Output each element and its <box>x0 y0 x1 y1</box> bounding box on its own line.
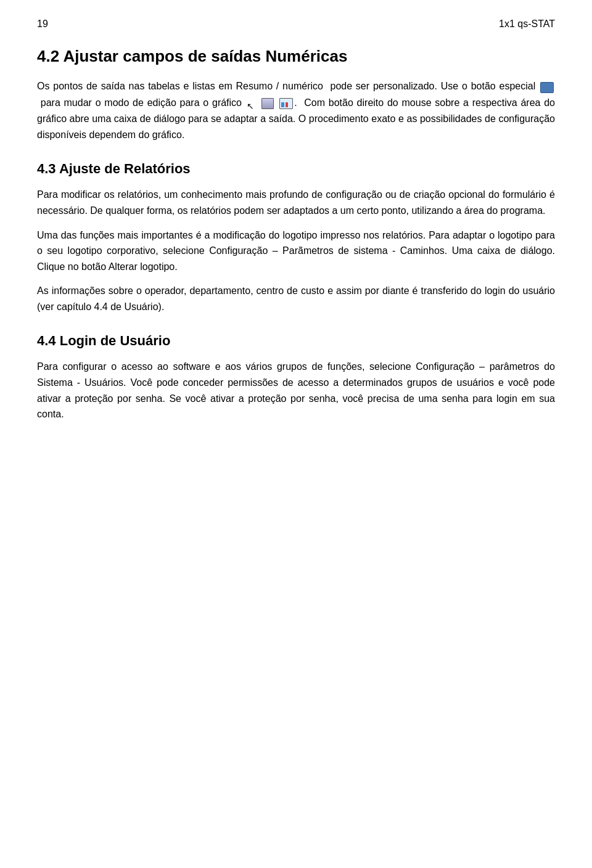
section-4-3: 4.3 Ajuste de Relatórios Para modificar … <box>37 161 555 314</box>
section-4-4-title: 4.4 Login de Usuário <box>37 333 555 349</box>
special-button-icon <box>540 79 554 95</box>
app-title: 1x1 qs-STAT <box>499 18 555 30</box>
section-4-4: 4.4 Login de Usuário Para configurar o a… <box>37 333 555 422</box>
section-4-2-para-1: Os pontos de saída nas tabelas e listas … <box>37 78 555 142</box>
chart-icon <box>279 96 293 112</box>
grid-icon <box>261 96 274 112</box>
page-number: 19 <box>37 18 48 30</box>
section-4-3-para-1: Para modificar os relatórios, um conheci… <box>37 187 555 218</box>
section-4-3-para-3: As informações sobre o operador, departa… <box>37 283 555 314</box>
section-4-3-content: Para modificar os relatórios, um conheci… <box>37 187 555 314</box>
section-4-4-para-1: Para configurar o acesso ao software e a… <box>37 359 555 422</box>
cursor-icon <box>247 96 255 112</box>
section-4-3-title: 4.3 Ajuste de Relatórios <box>37 161 555 177</box>
section-4-4-content: Para configurar o acesso ao software e a… <box>37 359 555 422</box>
section-4-2-title: 4.2 Ajustar campos de saídas Numéricas <box>37 47 555 66</box>
section-4-3-para-2: Uma das funções mais importantes é a mod… <box>37 227 555 275</box>
section-4-2: 4.2 Ajustar campos de saídas Numéricas O… <box>37 47 555 142</box>
